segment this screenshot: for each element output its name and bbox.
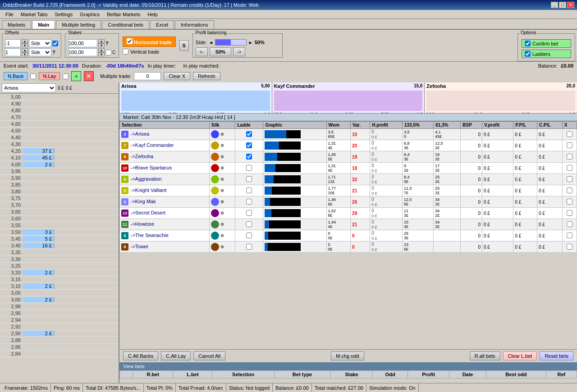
nback-check[interactable] <box>30 73 36 79</box>
rall-bets-btn[interactable]: R.all bets <box>470 351 500 360</box>
stake-val1[interactable] <box>68 39 97 47</box>
x-checkbox[interactable] <box>567 142 572 148</box>
offset2-type[interactable]: Side <box>29 48 51 56</box>
tab-multiple-betting[interactable]: Multiple betting <box>56 20 101 29</box>
horse-name[interactable]: ->Knight Valliant <box>131 187 167 193</box>
silk-extra[interactable]: ⚙ <box>220 188 224 193</box>
silk-extra[interactable]: ⚙ <box>220 166 224 170</box>
horse-name[interactable]: ->Howizee <box>131 221 154 227</box>
offset2-up[interactable]: ▲ <box>22 48 28 52</box>
offset1-check[interactable] <box>52 41 58 46</box>
menu-file[interactable]: File <box>2 11 17 18</box>
call-lays-btn[interactable]: C.All Lay <box>161 351 191 360</box>
silk-extra[interactable]: ⚙ <box>220 200 224 204</box>
horse-name[interactable]: ->Secret Desert <box>131 210 165 215</box>
tab-informations[interactable]: Informations <box>175 20 214 29</box>
x-checkbox[interactable] <box>567 199 572 205</box>
cancel-all-btn[interactable]: Cancel All <box>193 351 225 360</box>
ladde-checkbox[interactable] <box>246 131 252 137</box>
x-checkbox[interactable] <box>567 232 572 238</box>
tab-markets[interactable]: Markets <box>2 20 31 29</box>
silk-extra[interactable]: ⚙ <box>220 132 224 137</box>
x-checkbox[interactable] <box>567 187 572 193</box>
ladde-checkbox[interactable] <box>246 165 252 171</box>
nback-button[interactable]: N.Back <box>4 72 27 80</box>
horizontal-trade-button[interactable]: Horizontal trade <box>123 36 176 47</box>
clear-x-button[interactable]: Clear X <box>164 72 190 80</box>
price-back-amount[interactable]: 5 £ <box>23 236 54 242</box>
cancel-button[interactable]: ✕ <box>84 71 94 81</box>
add-button[interactable]: + <box>71 71 81 81</box>
s-button[interactable]: S <box>179 40 189 51</box>
offset-val2[interactable] <box>5 48 21 56</box>
slider-track[interactable] <box>215 39 247 46</box>
close-button[interactable]: ✕ <box>567 2 574 8</box>
x-checkbox[interactable] <box>567 244 572 250</box>
trade-value-input[interactable] <box>134 72 161 80</box>
offset1-type[interactable]: Side <box>29 39 51 47</box>
tab-excel[interactable]: Excel <box>150 20 174 29</box>
tab-main[interactable]: Main <box>32 20 55 29</box>
ladde-checkbox[interactable] <box>246 142 252 148</box>
stake2-up[interactable]: ▲ <box>98 48 105 52</box>
x-checkbox[interactable] <box>567 154 572 160</box>
stake-val2[interactable] <box>68 48 97 56</box>
price-back-amount[interactable]: 37 £ <box>23 148 54 154</box>
price-back-amount[interactable]: 2 £ <box>23 297 54 302</box>
maximize-button[interactable]: □ <box>559 2 566 8</box>
x-checkbox[interactable] <box>567 210 572 216</box>
price-back-amount[interactable]: 16 £ <box>23 243 54 248</box>
ladde-checkbox[interactable] <box>246 232 252 238</box>
silk-extra[interactable]: ⚙ <box>220 177 224 182</box>
silk-extra[interactable]: ⚙ <box>220 143 224 148</box>
ladde-checkbox[interactable] <box>246 244 252 250</box>
price-back-amount[interactable]: 45 £ <box>23 155 54 160</box>
vert-check[interactable] <box>123 49 128 55</box>
call-backs-btn[interactable]: C.All Backs <box>123 351 158 360</box>
offset2-help[interactable]: ? <box>52 50 55 55</box>
x-checkbox[interactable] <box>567 131 572 137</box>
price-back-amount[interactable]: 2 £ <box>23 162 54 167</box>
profit-left-btn[interactable]: <- <box>196 47 208 56</box>
clear-lbet-btn[interactable]: Clear L.bet <box>503 351 537 360</box>
tab-conditional-bets[interactable]: Conditional bets <box>102 20 149 29</box>
silk-extra[interactable]: ⚙ <box>220 155 224 159</box>
menu-graphics[interactable]: Graphics <box>76 11 103 18</box>
nlay-check[interactable] <box>63 73 69 79</box>
silk-extra[interactable]: ⚙ <box>220 233 224 238</box>
horse-name[interactable]: ->King Mak <box>131 199 156 204</box>
ladde-checkbox[interactable] <box>246 187 252 193</box>
ladders-btn[interactable]: Ladders <box>522 50 571 58</box>
horse-dropdown[interactable]: Arisea <box>2 83 56 92</box>
menu-settings[interactable]: Settings <box>51 11 76 18</box>
stake1-down[interactable]: ▼ <box>98 43 105 47</box>
confirm-bet-btn[interactable]: Confirm bet <box>522 39 571 48</box>
horiz-check[interactable] <box>127 38 133 44</box>
horse-name[interactable]: ->Zefooha <box>131 154 153 159</box>
price-back-amount[interactable]: 2 £ <box>23 283 54 289</box>
ladde-checkbox[interactable] <box>246 210 252 216</box>
stake2-c[interactable] <box>105 50 111 55</box>
horse-name[interactable]: ->Tower <box>131 244 148 249</box>
x-checkbox[interactable] <box>567 176 572 182</box>
stake2-down[interactable]: ▼ <box>98 52 105 56</box>
silk-extra[interactable]: ⚙ <box>220 245 224 249</box>
ladde-checkbox[interactable] <box>246 221 252 227</box>
offset2-down[interactable]: ▼ <box>22 52 28 56</box>
mchg-odd-btn[interactable]: M.chg odd <box>331 351 364 360</box>
horse-name[interactable]: ->Kayf Commander <box>131 142 174 148</box>
price-back-amount[interactable]: 2 £ <box>23 331 54 336</box>
menu-market-tabs[interactable]: Market Tabs <box>17 11 51 18</box>
stake1-up[interactable]: ▲ <box>98 39 105 43</box>
nlay-button[interactable]: N.Lay <box>39 72 60 80</box>
profit-right-btn[interactable]: -> <box>233 47 245 56</box>
menu-help[interactable]: Help <box>144 11 161 18</box>
horse-name[interactable]: ->The Seanachie <box>131 232 169 238</box>
reset-bets-btn[interactable]: Reset bets <box>540 351 573 360</box>
silk-extra[interactable]: ⚙ <box>220 222 224 227</box>
ladde-checkbox[interactable] <box>246 199 252 205</box>
offset-val1[interactable] <box>5 39 21 47</box>
price-back-amount[interactable]: 2 £ <box>23 270 54 275</box>
horse-name[interactable]: ->Arisea <box>131 131 149 137</box>
horse-name[interactable]: ->Brave Spartacus <box>131 165 172 170</box>
